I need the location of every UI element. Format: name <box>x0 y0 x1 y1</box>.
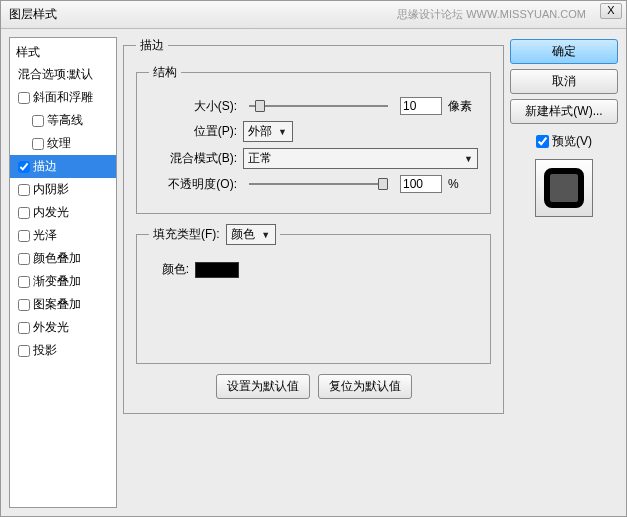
size-unit: 像素 <box>448 98 478 115</box>
styles-header: 样式 <box>10 42 116 63</box>
stroke-group: 描边 结构 大小(S): 像素 位置(P): 外部 <box>123 37 504 414</box>
layer-style-dialog: 图层样式 思缘设计论坛 WWW.MISSYUAN.COM X 样式 混合选项:默… <box>0 0 627 517</box>
style-item-2[interactable]: 纹理 <box>10 132 116 155</box>
preview-swatch <box>544 168 584 208</box>
size-input[interactable] <box>400 97 442 115</box>
style-checkbox[interactable] <box>18 276 30 288</box>
set-default-button[interactable]: 设置为默认值 <box>216 374 310 399</box>
fill-legend: 填充类型(F): 颜色 ▼ <box>149 224 280 245</box>
opacity-row: 不透明度(O): % <box>149 175 478 193</box>
reset-default-button[interactable]: 复位为默认值 <box>318 374 412 399</box>
style-checkbox[interactable] <box>18 92 30 104</box>
blend-mode-label: 混合模式(B): <box>149 150 237 167</box>
style-item-6[interactable]: 光泽 <box>10 224 116 247</box>
style-label: 图案叠加 <box>33 296 81 313</box>
structure-legend: 结构 <box>149 64 181 81</box>
position-label: 位置(P): <box>149 123 237 140</box>
fill-group: 填充类型(F): 颜色 ▼ 颜色: <box>136 224 491 364</box>
blend-mode-row: 混合模式(B): 正常 ▼ <box>149 148 478 169</box>
dialog-body: 样式 混合选项:默认 斜面和浮雕等高线纹理描边内阴影内发光光泽颜色叠加渐变叠加图… <box>1 29 626 516</box>
chevron-down-icon: ▼ <box>464 154 473 164</box>
opacity-input[interactable] <box>400 175 442 193</box>
style-checkbox[interactable] <box>18 322 30 334</box>
style-label: 投影 <box>33 342 57 359</box>
preview-checkbox[interactable] <box>536 135 549 148</box>
styles-list-panel: 样式 混合选项:默认 斜面和浮雕等高线纹理描边内阴影内发光光泽颜色叠加渐变叠加图… <box>9 37 117 508</box>
opacity-label: 不透明度(O): <box>149 176 237 193</box>
right-panel: 确定 取消 新建样式(W)... 预览(V) <box>510 37 618 508</box>
color-swatch[interactable] <box>195 262 239 278</box>
blend-options-default[interactable]: 混合选项:默认 <box>10 63 116 86</box>
blend-mode-select[interactable]: 正常 ▼ <box>243 148 478 169</box>
style-item-1[interactable]: 等高线 <box>10 109 116 132</box>
fill-type-select[interactable]: 颜色 ▼ <box>226 224 276 245</box>
defaults-row: 设置为默认值 复位为默认值 <box>136 374 491 399</box>
color-label: 颜色: <box>149 261 189 278</box>
position-row: 位置(P): 外部 ▼ <box>149 121 478 142</box>
cancel-button[interactable]: 取消 <box>510 69 618 94</box>
style-label: 光泽 <box>33 227 57 244</box>
opacity-slider[interactable] <box>249 183 388 185</box>
color-row: 颜色: <box>149 261 478 278</box>
style-label: 渐变叠加 <box>33 273 81 290</box>
style-checkbox[interactable] <box>18 299 30 311</box>
style-label: 斜面和浮雕 <box>33 89 93 106</box>
style-checkbox[interactable] <box>18 161 30 173</box>
preview-box <box>535 159 593 217</box>
chevron-down-icon: ▼ <box>261 230 270 240</box>
titlebar: 图层样式 思缘设计论坛 WWW.MISSYUAN.COM X <box>1 1 626 29</box>
structure-group: 结构 大小(S): 像素 位置(P): 外部 ▼ <box>136 64 491 214</box>
stroke-legend: 描边 <box>136 37 168 54</box>
style-label: 等高线 <box>47 112 83 129</box>
size-slider[interactable] <box>249 105 388 107</box>
size-row: 大小(S): 像素 <box>149 97 478 115</box>
style-item-7[interactable]: 颜色叠加 <box>10 247 116 270</box>
style-label: 内阴影 <box>33 181 69 198</box>
style-label: 外发光 <box>33 319 69 336</box>
position-select[interactable]: 外部 ▼ <box>243 121 293 142</box>
preview-toggle[interactable]: 预览(V) <box>536 133 592 150</box>
close-button[interactable]: X <box>600 3 622 19</box>
style-label: 颜色叠加 <box>33 250 81 267</box>
style-checkbox[interactable] <box>18 345 30 357</box>
style-label: 描边 <box>33 158 57 175</box>
style-checkbox[interactable] <box>32 115 44 127</box>
style-item-4[interactable]: 内阴影 <box>10 178 116 201</box>
style-label: 内发光 <box>33 204 69 221</box>
style-item-3[interactable]: 描边 <box>10 155 116 178</box>
watermark-text: 思缘设计论坛 WWW.MISSYUAN.COM <box>397 7 586 22</box>
style-checkbox[interactable] <box>18 253 30 265</box>
style-item-11[interactable]: 投影 <box>10 339 116 362</box>
style-checkbox[interactable] <box>18 207 30 219</box>
new-style-button[interactable]: 新建样式(W)... <box>510 99 618 124</box>
style-checkbox[interactable] <box>18 184 30 196</box>
style-item-5[interactable]: 内发光 <box>10 201 116 224</box>
style-item-10[interactable]: 外发光 <box>10 316 116 339</box>
style-item-9[interactable]: 图案叠加 <box>10 293 116 316</box>
style-checkbox[interactable] <box>18 230 30 242</box>
size-label: 大小(S): <box>149 98 237 115</box>
ok-button[interactable]: 确定 <box>510 39 618 64</box>
options-panel: 描边 结构 大小(S): 像素 位置(P): 外部 <box>123 37 504 508</box>
style-item-8[interactable]: 渐变叠加 <box>10 270 116 293</box>
chevron-down-icon: ▼ <box>278 127 287 137</box>
style-checkbox[interactable] <box>32 138 44 150</box>
style-label: 纹理 <box>47 135 71 152</box>
style-item-0[interactable]: 斜面和浮雕 <box>10 86 116 109</box>
opacity-unit: % <box>448 177 478 191</box>
